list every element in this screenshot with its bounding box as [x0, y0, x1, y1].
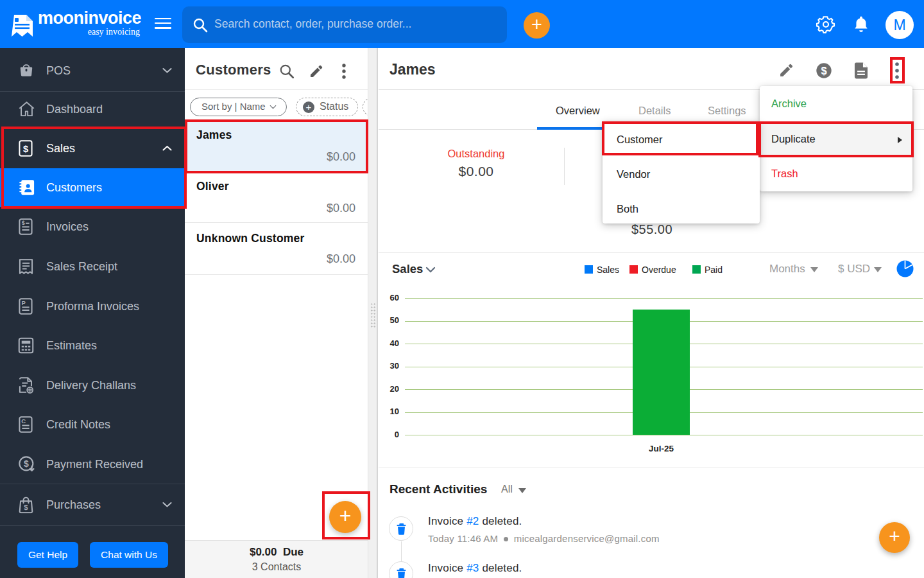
- svg-text:$: $: [22, 220, 25, 226]
- svg-text:$: $: [821, 65, 826, 76]
- svg-text:C: C: [21, 417, 26, 425]
- svg-text:$: $: [24, 459, 29, 469]
- svg-text:$: $: [24, 504, 28, 511]
- svg-text:P: P: [21, 299, 26, 306]
